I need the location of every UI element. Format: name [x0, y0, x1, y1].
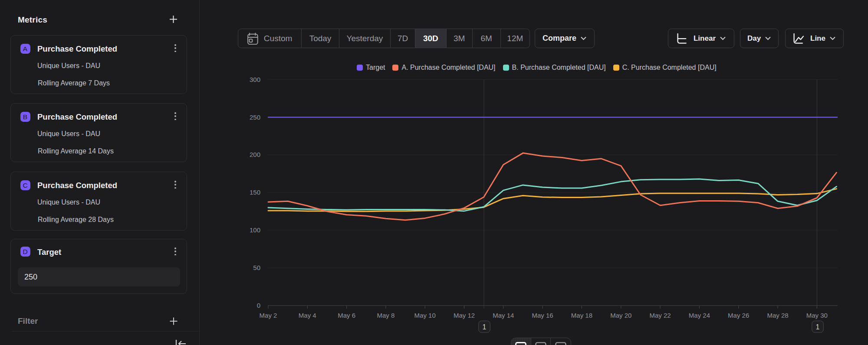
- svg-text:May 16: May 16: [532, 312, 553, 319]
- svg-text:May 18: May 18: [571, 312, 592, 319]
- svg-text:May 8: May 8: [377, 312, 395, 319]
- svg-text:May 14: May 14: [493, 312, 514, 319]
- svg-text:200: 200: [250, 151, 260, 158]
- svg-text:May 4: May 4: [299, 312, 316, 319]
- svg-text:May 30: May 30: [806, 312, 828, 319]
- svg-text:250: 250: [250, 114, 260, 121]
- svg-text:50: 50: [253, 264, 260, 271]
- svg-text:May 10: May 10: [414, 312, 436, 319]
- svg-text:1: 1: [816, 323, 820, 331]
- svg-text:May 24: May 24: [689, 312, 710, 319]
- svg-text:May 22: May 22: [649, 312, 671, 319]
- svg-text:May 2: May 2: [260, 312, 277, 319]
- svg-text:1: 1: [483, 323, 487, 331]
- svg-text:300: 300: [250, 76, 260, 83]
- svg-text:100: 100: [250, 226, 260, 234]
- svg-text:May 6: May 6: [338, 312, 355, 319]
- svg-text:May 26: May 26: [728, 312, 749, 319]
- svg-text:0: 0: [257, 302, 260, 309]
- svg-text:150: 150: [250, 189, 260, 196]
- svg-text:May 20: May 20: [610, 312, 631, 319]
- svg-text:May 12: May 12: [454, 312, 475, 319]
- svg-text:May 28: May 28: [767, 312, 788, 319]
